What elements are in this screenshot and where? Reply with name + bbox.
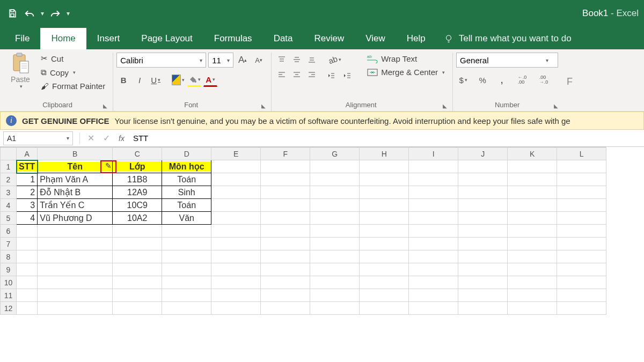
cell-K4[interactable] [508, 199, 557, 212]
cell-H11[interactable] [360, 289, 409, 302]
cell-B9[interactable] [38, 263, 113, 276]
row-header-5[interactable]: 5 [1, 212, 17, 225]
cell-H6[interactable] [360, 225, 409, 238]
align-bottom-button[interactable] [305, 53, 319, 67]
cell-K5[interactable] [508, 212, 557, 225]
tab-home[interactable]: Home [40, 28, 86, 49]
undo-dropdown[interactable]: ▾ [40, 10, 45, 17]
align-center-button[interactable] [290, 68, 304, 82]
cell-B11[interactable] [38, 289, 113, 302]
cell-C4[interactable]: 10C9 [113, 199, 162, 212]
cell-D8[interactable] [162, 250, 211, 263]
col-header-E[interactable]: E [211, 147, 261, 160]
cell-A6[interactable] [17, 225, 38, 238]
cell-G1[interactable] [310, 160, 360, 173]
font-color-button[interactable]: A▾ [203, 73, 217, 87]
cell-E7[interactable] [211, 238, 261, 250]
align-top-button[interactable] [275, 53, 289, 67]
cell-K1[interactable] [508, 160, 557, 173]
qat-customize[interactable]: ▾ [65, 10, 71, 17]
cell-D3[interactable]: Sinh [162, 186, 211, 199]
cell-C6[interactable] [113, 225, 162, 238]
row-header-4[interactable]: 4 [1, 199, 17, 212]
cell-H4[interactable] [360, 199, 409, 212]
cell-H8[interactable] [360, 250, 409, 263]
cell-G11[interactable] [310, 289, 360, 302]
cell-C10[interactable] [113, 276, 162, 289]
cell-L11[interactable] [557, 289, 606, 302]
cell-E3[interactable] [211, 186, 261, 199]
col-header-J[interactable]: J [458, 147, 508, 160]
row-header-12[interactable]: 12 [1, 302, 17, 315]
increase-indent-button[interactable] [340, 69, 354, 83]
cell-A10[interactable] [17, 276, 38, 289]
align-left-button[interactable] [275, 68, 289, 82]
cell-G3[interactable] [310, 186, 360, 199]
row-header-1[interactable]: 1 [1, 160, 17, 173]
number-format-combo[interactable]: ▾ [456, 53, 558, 68]
percent-format-button[interactable]: % [475, 73, 489, 87]
clipboard-dialog-launcher[interactable]: ◣ [103, 103, 107, 109]
cell-D2[interactable]: Toán [162, 173, 211, 186]
cell-L4[interactable] [557, 199, 606, 212]
cell-I1[interactable] [409, 160, 458, 173]
cell-K8[interactable] [508, 250, 557, 263]
cell-F11[interactable] [261, 289, 310, 302]
cell-G4[interactable] [310, 199, 360, 212]
cell-L9[interactable] [557, 263, 606, 276]
cell-K6[interactable] [508, 225, 557, 238]
cell-L8[interactable] [557, 250, 606, 263]
tab-page-layout[interactable]: Page Layout [130, 28, 203, 49]
cell-K10[interactable] [508, 276, 557, 289]
redo-button[interactable] [48, 6, 62, 20]
col-header-L[interactable]: L [557, 147, 606, 160]
underline-button[interactable]: U▾ [149, 73, 163, 87]
cell-I7[interactable] [409, 238, 458, 250]
cell-D9[interactable] [162, 263, 211, 276]
row-header-10[interactable]: 10 [1, 276, 17, 289]
cell-J6[interactable] [458, 225, 508, 238]
cell-L7[interactable] [557, 238, 606, 250]
cell-E4[interactable] [211, 199, 261, 212]
paste-dropdown[interactable]: ▾ [19, 84, 23, 89]
cell-F3[interactable] [261, 186, 310, 199]
cancel-formula-button[interactable]: ✕ [83, 133, 99, 143]
cell-J12[interactable] [458, 302, 508, 315]
cell-B6[interactable] [38, 225, 113, 238]
paste-button[interactable]: Paste ▾ [8, 53, 33, 89]
tab-formulas[interactable]: Formulas [203, 28, 263, 49]
select-all-corner[interactable] [1, 147, 17, 160]
cell-K3[interactable] [508, 186, 557, 199]
font-dialog-launcher[interactable]: ◣ [261, 103, 266, 109]
cell-J4[interactable] [458, 199, 508, 212]
cell-I6[interactable] [409, 225, 458, 238]
cell-A11[interactable] [17, 289, 38, 302]
cell-H12[interactable] [360, 302, 409, 315]
cell-H3[interactable] [360, 186, 409, 199]
cell-J11[interactable] [458, 289, 508, 302]
cell-J3[interactable] [458, 186, 508, 199]
cell-B2[interactable]: Phạm Văn A [38, 173, 113, 186]
fx-button[interactable]: fx [114, 134, 129, 143]
cell-K11[interactable] [508, 289, 557, 302]
cell-B10[interactable] [38, 276, 113, 289]
wrap-text-button[interactable]: ab Wrap Text [365, 53, 447, 64]
row-header-6[interactable]: 6 [1, 225, 17, 238]
cell-J5[interactable] [458, 212, 508, 225]
cell-C12[interactable] [113, 302, 162, 315]
row-header-2[interactable]: 2 [1, 173, 17, 186]
cell-A7[interactable] [17, 238, 38, 250]
enter-formula-button[interactable]: ✓ [99, 133, 114, 143]
row-header-8[interactable]: 8 [1, 250, 17, 263]
cell-A8[interactable] [17, 250, 38, 263]
cell-A1[interactable]: STT [17, 160, 38, 173]
cell-E1[interactable] [211, 160, 261, 173]
increase-font-button[interactable]: A▴ [236, 53, 250, 67]
cut-button[interactable]: ✂Cut [39, 53, 107, 64]
cell-F4[interactable] [261, 199, 310, 212]
cell-F1[interactable] [261, 160, 310, 173]
cell-C1[interactable]: Lớp [113, 160, 162, 173]
cell-I8[interactable] [409, 250, 458, 263]
number-dialog-launcher[interactable]: ◣ [554, 103, 558, 109]
cell-E8[interactable] [211, 250, 261, 263]
